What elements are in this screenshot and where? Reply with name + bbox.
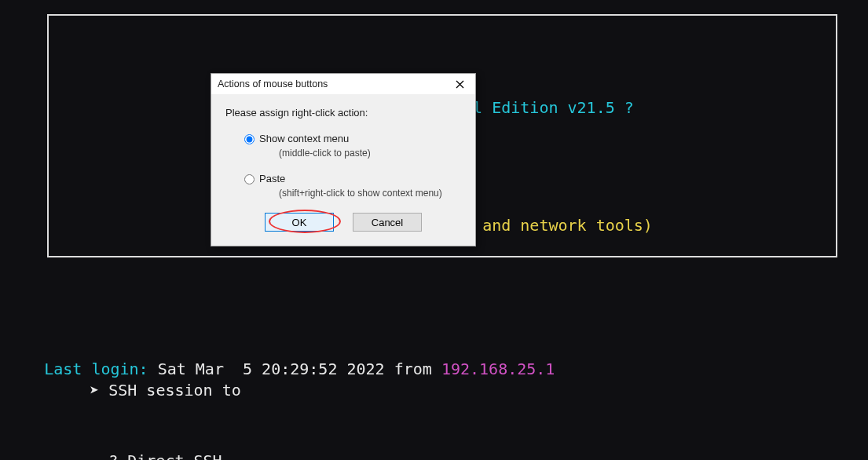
mouse-actions-dialog: Actions of mouse buttons Please assign r… <box>211 73 476 246</box>
ok-button[interactable]: OK <box>265 213 334 232</box>
last-login-ip: 192.168.25.1 <box>441 360 555 378</box>
dialog-instruction: Please assign right-click action: <box>225 107 461 119</box>
terminal-lines: Last login: Sat Mar 5 20:29:52 2022 from… <box>6 287 555 460</box>
last-login-label: Last login: <box>44 360 148 378</box>
radio-label-paste: Paste <box>259 173 285 184</box>
radio-option-paste[interactable]: Paste <box>244 173 461 184</box>
radio-label-context-menu: Show context menu <box>259 133 349 144</box>
dialog-titlebar[interactable]: Actions of mouse buttons <box>211 74 475 94</box>
radio-input-paste[interactable] <box>244 174 255 184</box>
radio-sub-paste: (shift+right-click to show context menu) <box>244 188 461 199</box>
radio-sub-context-menu: (middle-click to paste) <box>244 148 461 159</box>
radio-input-context-menu[interactable] <box>244 134 255 144</box>
dialog-title: Actions of mouse buttons <box>218 78 328 89</box>
cancel-button[interactable]: Cancel <box>353 213 422 232</box>
last-login-date: Sat Mar 5 20:29:52 2022 from <box>148 360 441 378</box>
radio-option-context-menu[interactable]: Show context menu <box>244 133 461 144</box>
close-icon[interactable] <box>449 77 471 91</box>
